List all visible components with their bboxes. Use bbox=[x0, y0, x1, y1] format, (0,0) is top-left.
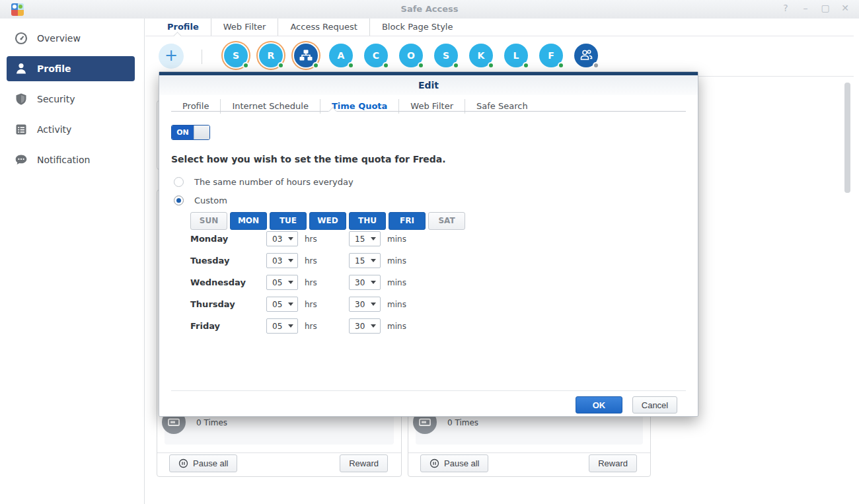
quota-row: Thursday 05 hrs 30 mins bbox=[190, 297, 406, 312]
pause-all-button[interactable]: Pause all bbox=[169, 454, 237, 472]
sidebar-item-label: Notification bbox=[37, 155, 90, 165]
avatar-letter: S bbox=[233, 50, 239, 61]
gauge-icon bbox=[15, 32, 28, 45]
pause-all-button[interactable]: Pause all bbox=[420, 454, 488, 472]
status-dot bbox=[278, 62, 284, 69]
day-toggle-mon[interactable]: MON bbox=[230, 212, 267, 230]
chevron-down-icon bbox=[288, 281, 293, 284]
status-dot bbox=[453, 62, 459, 69]
time-quota-toggle[interactable]: ON bbox=[171, 125, 210, 140]
add-profile-button[interactable]: + bbox=[159, 44, 184, 69]
sidebar-item-security[interactable]: Security bbox=[7, 87, 135, 112]
quota-row: Monday 03 hrs 15 mins bbox=[190, 231, 406, 246]
profile-avatar[interactable] bbox=[574, 44, 598, 67]
status-dot bbox=[593, 62, 599, 69]
chevron-down-icon bbox=[371, 303, 376, 306]
day-selector: SUNMONTUEWEDTHUFRISAT bbox=[190, 212, 465, 230]
close-icon[interactable]: ✕ bbox=[840, 3, 850, 13]
radio-label: Custom bbox=[194, 196, 227, 205]
day-toggle-wed[interactable]: WED bbox=[309, 212, 346, 230]
hours-select[interactable]: 03 bbox=[266, 253, 298, 268]
hrs-unit-label: hrs bbox=[305, 234, 349, 244]
day-toggle-fri[interactable]: FRI bbox=[389, 212, 426, 230]
hours-select[interactable]: 05 bbox=[266, 318, 298, 334]
avatar-letter: O bbox=[407, 50, 415, 61]
status-dot bbox=[488, 62, 494, 69]
tab-profile[interactable]: Profile bbox=[155, 18, 211, 36]
radio-icon bbox=[174, 177, 184, 187]
maximize-icon[interactable]: ▢ bbox=[821, 3, 830, 13]
minutes-select[interactable]: 30 bbox=[349, 275, 381, 290]
toggle-knob bbox=[194, 126, 209, 139]
profiles-row: + S R A C O S K bbox=[145, 36, 854, 71]
avatar-letter: C bbox=[373, 50, 379, 61]
hours-select[interactable]: 03 bbox=[266, 231, 298, 246]
sidebar-item-overview[interactable]: Overview bbox=[7, 26, 135, 51]
divider bbox=[171, 390, 686, 391]
sidebar-item-label: Overview bbox=[37, 33, 81, 44]
edit-dialog: Edit ProfileInternet ScheduleTime QuotaW… bbox=[159, 71, 698, 417]
minutes-select[interactable]: 30 bbox=[349, 318, 381, 334]
day-toggle-sun[interactable]: SUN bbox=[190, 212, 227, 230]
profile-avatar[interactable]: S bbox=[224, 44, 248, 67]
chevron-down-icon bbox=[371, 237, 376, 240]
scrollbar-thumb[interactable] bbox=[844, 83, 850, 193]
avatar-letter: A bbox=[338, 50, 345, 61]
sidebar-item-label: Security bbox=[37, 94, 75, 104]
hours-select[interactable]: 05 bbox=[266, 297, 298, 312]
ok-button[interactable]: OK bbox=[576, 396, 622, 414]
hours-select[interactable]: 05 bbox=[266, 275, 298, 290]
minimize-icon[interactable]: – bbox=[801, 3, 810, 13]
activity-list-icon bbox=[15, 123, 28, 136]
status-dot bbox=[313, 62, 319, 69]
profile-avatar[interactable]: S bbox=[434, 44, 458, 67]
sidebar-item-notification[interactable]: Notification bbox=[7, 147, 135, 172]
profile-avatar[interactable]: R bbox=[259, 44, 283, 67]
hrs-unit-label: hrs bbox=[305, 300, 349, 309]
profile-avatar[interactable]: A bbox=[329, 44, 353, 67]
profile-avatar[interactable]: O bbox=[399, 44, 423, 67]
tab-label: Web Filter bbox=[223, 22, 266, 32]
minutes-select[interactable]: 15 bbox=[349, 253, 381, 268]
day-toggle-sat[interactable]: SAT bbox=[428, 212, 465, 230]
minutes-select[interactable]: 15 bbox=[349, 231, 381, 246]
cancel-button[interactable]: Cancel bbox=[632, 396, 677, 414]
mins-unit-label: mins bbox=[387, 278, 406, 287]
window-title: Safe Access bbox=[0, 4, 859, 14]
window-title-bar: Safe Access ? – ▢ ✕ bbox=[0, 0, 859, 18]
day-label: Monday bbox=[190, 234, 266, 244]
status-dot bbox=[348, 62, 354, 69]
minutes-select[interactable]: 30 bbox=[349, 297, 381, 312]
profile-avatar[interactable]: F bbox=[539, 44, 563, 67]
reward-button[interactable]: Reward bbox=[340, 454, 388, 472]
tab-web-filter[interactable]: Web Filter bbox=[211, 18, 278, 36]
hrs-unit-label: hrs bbox=[305, 322, 349, 331]
profile-avatar[interactable]: C bbox=[364, 44, 388, 67]
chevron-down-icon bbox=[288, 303, 293, 306]
sidebar: Overview Profile Security Activity bbox=[0, 18, 145, 504]
sidebar-item-activity[interactable]: Activity bbox=[7, 117, 135, 142]
chevron-down-icon bbox=[288, 237, 293, 240]
divider bbox=[171, 111, 686, 112]
tab-block-page-style[interactable]: Block Page Style bbox=[369, 18, 465, 36]
quota-mode-radio[interactable]: The same number of hours everyday bbox=[174, 177, 354, 187]
status-dot bbox=[243, 62, 249, 69]
tab-access-request[interactable]: Access Request bbox=[278, 18, 369, 36]
day-toggle-tue[interactable]: TUE bbox=[270, 212, 307, 230]
sidebar-item-profile[interactable]: Profile bbox=[7, 56, 135, 81]
profile-avatar[interactable] bbox=[294, 44, 318, 67]
day-label: Tuesday bbox=[190, 256, 266, 266]
help-icon[interactable]: ? bbox=[781, 3, 790, 13]
reward-button[interactable]: Reward bbox=[589, 454, 637, 472]
profile-avatar[interactable]: K bbox=[469, 44, 493, 67]
quota-mode-radio[interactable]: Custom bbox=[174, 196, 227, 205]
quota-row: Wednesday 05 hrs 30 mins bbox=[190, 275, 406, 290]
day-toggle-thu[interactable]: THU bbox=[349, 212, 386, 230]
reward-times-label: 0 Times bbox=[447, 418, 478, 427]
divider bbox=[157, 452, 401, 453]
status-dot bbox=[523, 62, 529, 69]
divider bbox=[202, 50, 202, 64]
radio-label: The same number of hours everyday bbox=[194, 177, 354, 187]
profile-avatar[interactable]: L bbox=[504, 44, 528, 67]
tab-label: Profile bbox=[167, 22, 199, 32]
